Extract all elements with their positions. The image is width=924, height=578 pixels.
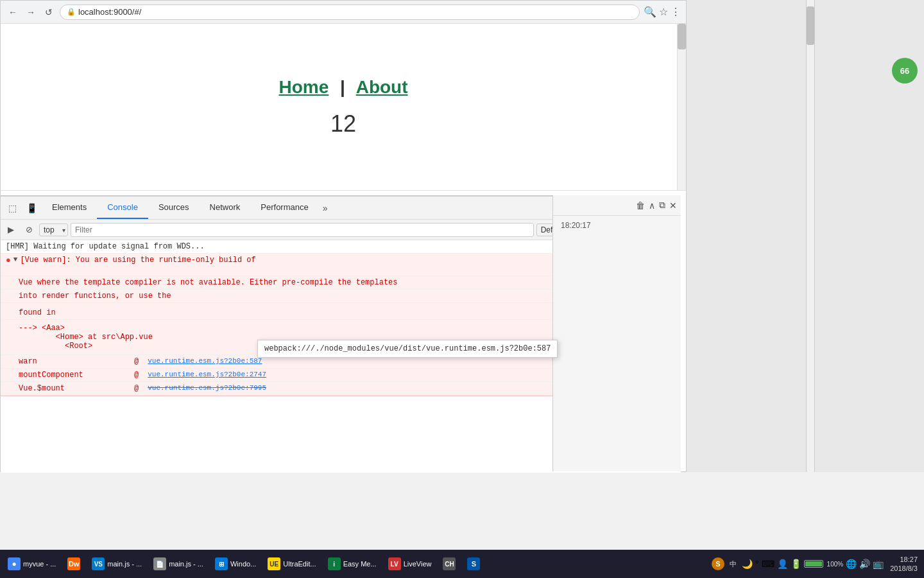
execute-btn[interactable]: ▶: [3, 222, 19, 238]
refresh-button[interactable]: ↺: [42, 5, 56, 19]
warn-label: warn: [19, 357, 134, 366]
devtools-inspect-btn[interactable]: ⬚: [3, 199, 21, 217]
right-scrollbar-thumb[interactable]: [807, 6, 814, 45]
mount-label: mountComponent: [19, 371, 134, 380]
keyboard-icon: ⌨: [762, 559, 774, 569]
taskbar-item-mainjs[interactable]: 📄 main.js - ...: [148, 552, 209, 575]
taskbar-date: 2018/8/3: [890, 564, 918, 573]
tab-performance[interactable]: Performance: [250, 197, 318, 219]
taskbar-lang[interactable]: 中: [727, 559, 739, 569]
vue-error-text-1: [Vue warn]: You are using the runtime-on…: [20, 256, 554, 274]
taskbar-item-win[interactable]: ⊞ Windo...: [210, 552, 261, 575]
taskbar-clock: 18:27 2018/8/3: [886, 555, 921, 574]
error-icon: ●: [6, 256, 11, 265]
nav-separator: |: [340, 77, 345, 97]
devtools-tabs: Elements Console Sources Network Perform…: [42, 197, 626, 219]
taskbar-s-badge[interactable]: S: [712, 557, 724, 570]
browser-window: ← → ↺ 🔒 localhost:9000/#/ 🔍 ☆ ⋮ Home | A…: [0, 0, 687, 472]
about-link[interactable]: About: [356, 77, 408, 97]
up-icon[interactable]: ∧: [649, 200, 655, 211]
context-select[interactable]: top: [39, 223, 68, 236]
at-sign2: @: [134, 371, 139, 380]
green-circle: 66: [892, 58, 918, 83]
file-icon: 📄: [153, 557, 166, 570]
moon-icon: 🌙: [742, 559, 753, 569]
taskbar-item-dw[interactable]: Dw: [62, 552, 85, 575]
taskbar-right: S 中 🌙 ° ⌨ 👤 🔋 100% 🌐 🔊 📺 18:27 2018/8/3: [712, 555, 921, 574]
forward-button[interactable]: →: [24, 5, 38, 19]
taskbar-label-lv: LiveView: [404, 560, 432, 568]
dw-icon: Dw: [67, 557, 80, 570]
taskbar-item-em[interactable]: i Easy Me...: [323, 552, 382, 575]
devtools-panel: ⬚ 📱 Elements Console Sources Network Per…: [1, 195, 681, 471]
trash-icon[interactable]: 🗑: [636, 200, 645, 211]
lock-icon: 🔒: [67, 8, 76, 16]
expand-arrow[interactable]: ▼: [13, 256, 18, 263]
url-text: localhost:9000/#/: [78, 7, 141, 17]
close-right-icon[interactable]: ✕: [669, 200, 677, 211]
taskbar-item-ch[interactable]: CH: [438, 552, 461, 575]
person-icon: 👤: [777, 559, 788, 569]
taskbar-label-ue: UltraEdit...: [283, 560, 316, 568]
vs-icon: VS: [92, 557, 105, 570]
page-content: Home | About 12: [1, 24, 686, 191]
battery-icon: 🔋: [791, 559, 801, 569]
menu-icon[interactable]: ⋮: [671, 6, 681, 18]
tab-network[interactable]: Network: [200, 197, 251, 219]
page-scrollbar-thumb[interactable]: [678, 24, 686, 49]
tooltip-box: webpack:///./node_modules/vue/dist/vue.r…: [257, 340, 558, 358]
devtools-right-toolbar: 🗑 ∧ ⧉ ✕: [553, 195, 681, 216]
vuemount-label: Vue.$mount: [19, 384, 134, 393]
taskbar: ● myvue - ... Dw VS main.js - ... 📄 main…: [0, 550, 924, 578]
page-scrollbar[interactable]: [677, 24, 686, 190]
devtools-device-btn[interactable]: 📱: [22, 199, 40, 217]
em-icon: i: [328, 557, 341, 570]
taskbar-label-chrome: myvue - ...: [23, 560, 56, 568]
at-sign: @: [134, 357, 139, 366]
tab-sources[interactable]: Sources: [148, 197, 200, 219]
context-select-wrap: top ▾: [39, 223, 68, 236]
filter-input[interactable]: [71, 223, 534, 237]
ue-icon: UE: [268, 557, 280, 570]
right-scrollbar[interactable]: [806, 0, 815, 472]
warn-file-link[interactable]: vue.runtime.esm.js?2b0e:587: [141, 357, 262, 365]
taskbar-item-ue[interactable]: UE UltraEdit...: [262, 552, 321, 575]
taskbar-item-chrome[interactable]: ● myvue - ...: [3, 552, 61, 575]
address-icons: 🔍 ☆ ⋮: [644, 6, 681, 18]
search-icon[interactable]: 🔍: [644, 6, 656, 18]
tab-elements[interactable]: Elements: [42, 197, 97, 219]
address-bar: ← → ↺ 🔒 localhost:9000/#/ 🔍 ☆ ⋮: [1, 1, 686, 24]
page-navigation: Home | About: [278, 77, 407, 98]
page-number: 12: [330, 110, 356, 137]
home-link[interactable]: Home: [278, 77, 329, 97]
back-button[interactable]: ←: [6, 5, 20, 19]
split-icon[interactable]: ⧉: [659, 200, 665, 211]
s-icon: S: [467, 557, 480, 570]
tab-console[interactable]: Console: [97, 197, 148, 219]
lv-icon: LV: [388, 557, 401, 570]
win-icon: ⊞: [215, 557, 228, 570]
block-btn[interactable]: ⊘: [21, 222, 37, 238]
taskbar-label-em: Easy Me...: [343, 560, 377, 568]
taskbar-item-s[interactable]: S: [462, 552, 485, 575]
chrome-icon: ●: [8, 557, 21, 570]
more-tabs-btn[interactable]: »: [319, 203, 332, 213]
taskbar-label-vs: main.js - ...: [107, 560, 142, 568]
url-bar[interactable]: 🔒 localhost:9000/#/: [60, 4, 640, 20]
ch-icon: CH: [443, 557, 456, 570]
bookmark-icon[interactable]: ☆: [659, 6, 668, 18]
taskbar-item-lv[interactable]: LV LiveView: [383, 552, 437, 575]
network-icon: 🌐: [846, 559, 857, 569]
taskbar-label-mainjs: main.js - ...: [169, 560, 203, 568]
green-circle-value: 66: [900, 66, 909, 76]
mount-file-link[interactable]: vue.runtime.esm.js?2b0e:2747: [141, 371, 266, 378]
taskbar-time: 18:27: [890, 555, 918, 564]
battery-fill: [805, 561, 822, 566]
tooltip-text: webpack:///./node_modules/vue/dist/vue.r…: [264, 344, 551, 353]
degree-icon: °: [755, 559, 759, 569]
vuemount-file-link[interactable]: vue.runtime.esm.js?2b0e:7995: [141, 384, 266, 392]
taskbar-label-win: Windo...: [230, 560, 256, 568]
battery-label: 100%: [827, 561, 844, 568]
battery-bar: [804, 560, 823, 568]
taskbar-item-vs[interactable]: VS main.js - ...: [87, 552, 147, 575]
